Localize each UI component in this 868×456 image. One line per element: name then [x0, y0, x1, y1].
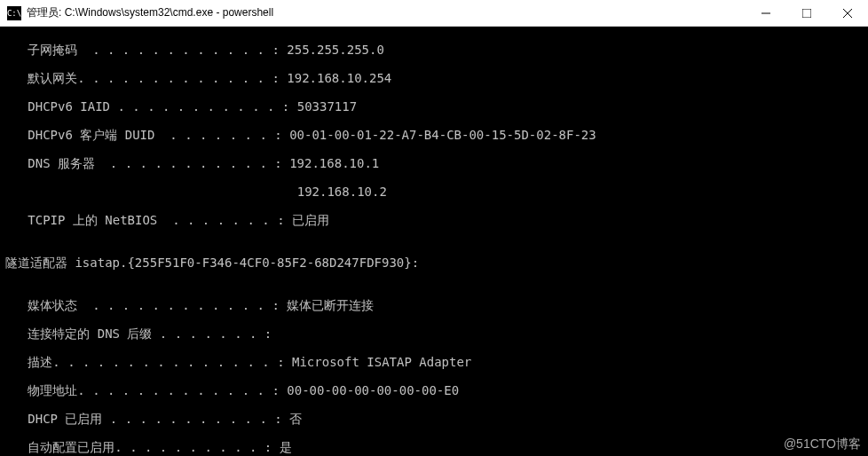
- output-line: DHCPv6 客户端 DUID . . . . . . . : 00-01-00…: [5, 128, 863, 142]
- window-title: 管理员: C:\Windows\system32\cmd.exe - power…: [27, 5, 746, 20]
- maximize-button[interactable]: [786, 0, 827, 27]
- output-line: 媒体状态 . . . . . . . . . . . . : 媒体已断开连接: [5, 298, 863, 312]
- output-line: 默认网关. . . . . . . . . . . . . : 192.168.…: [5, 71, 863, 85]
- output-line: DHCP 已启用 . . . . . . . . . . . : 否: [5, 412, 863, 426]
- output-line: 描述. . . . . . . . . . . . . . . : Micros…: [5, 355, 863, 369]
- terminal-area[interactable]: 子网掩码 . . . . . . . . . . . . : 255.255.2…: [0, 27, 868, 456]
- watermark: @51CTO博客: [784, 436, 861, 451]
- output-line: 连接特定的 DNS 后缀 . . . . . . . :: [5, 326, 863, 341]
- output-line: 物理地址. . . . . . . . . . . . . : 00-00-00…: [5, 383, 863, 397]
- minimize-button[interactable]: [746, 0, 786, 27]
- svg-rect-1: [802, 9, 811, 18]
- window-controls: [746, 0, 868, 26]
- titlebar[interactable]: C:\ 管理员: C:\Windows\system32\cmd.exe - p…: [0, 0, 868, 27]
- maximize-icon: [802, 9, 811, 18]
- output-line: 子网掩码 . . . . . . . . . . . . : 255.255.2…: [5, 43, 863, 57]
- cmd-icon: C:\: [7, 6, 21, 20]
- close-button[interactable]: [827, 0, 868, 27]
- output-line: TCPIP 上的 NetBIOS . . . . . . . : 已启用: [5, 213, 863, 227]
- output-line: DNS 服务器 . . . . . . . . . . . : 192.168.…: [5, 156, 863, 170]
- output-line: 自动配置已启用. . . . . . . . . . : 是: [5, 440, 863, 454]
- output-line: 192.168.10.2: [5, 185, 863, 199]
- output-line: DHCPv6 IAID . . . . . . . . . . . : 5033…: [5, 99, 863, 114]
- close-icon: [843, 9, 852, 18]
- output-line: 隧道适配器 isatap.{255F51F0-F346-4CF0-85F2-68…: [5, 256, 863, 270]
- cmd-window: C:\ 管理员: C:\Windows\system32\cmd.exe - p…: [0, 0, 868, 456]
- minimize-icon: [761, 9, 770, 18]
